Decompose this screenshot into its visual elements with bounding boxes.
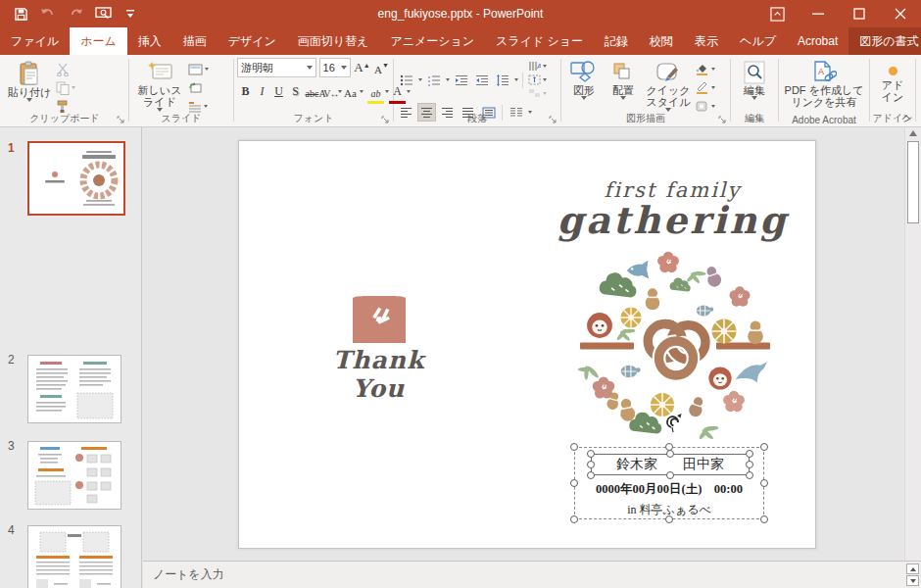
paragraph-dialog-launcher[interactable] [548,115,558,125]
scrollbar-thumb[interactable] [907,141,919,223]
drawing-dialog-launcher[interactable] [717,115,728,125]
addins-button[interactable]: アドイン [873,58,912,103]
redo-icon[interactable] [67,5,84,23]
thumbnail-3-preview[interactable] [27,441,121,510]
notes-pane[interactable]: ノートを入力 [143,561,921,588]
arrange-button[interactable]: 配置 [604,58,643,115]
slide-layout-button[interactable] [187,61,210,77]
numbering-button[interactable] [424,71,443,89]
slide-canvas[interactable]: first family gathering [238,140,816,549]
font-dialog-launcher[interactable] [380,115,391,125]
start-slideshow-icon[interactable] [94,5,112,23]
text-direction-button[interactable]: A [527,60,548,73]
decrease-font-button[interactable]: A▼ [373,58,390,77]
selection-handle[interactable] [760,443,768,451]
thumbnail-4-preview[interactable] [27,525,121,588]
new-slide-button[interactable]: 新しいスライド [132,58,187,115]
shapes-button[interactable]: 図形 [564,58,604,115]
paste-button[interactable]: 貼り付け [4,58,55,115]
scroll-up-arrow-icon[interactable] [909,130,917,136]
bold-button[interactable]: B [237,81,254,101]
selection-handle[interactable] [666,471,674,479]
tab-view[interactable]: 表示 [684,27,729,55]
tab-animations[interactable]: アニメーション [379,27,485,55]
selection-handle[interactable] [666,450,674,458]
font-name-value: 游明朝 [241,61,273,75]
family-name-right: 田中家 [683,456,724,473]
selection-handle[interactable] [746,450,753,458]
selection-handle[interactable] [587,461,595,468]
highlight-color-button[interactable]: ab [367,81,384,101]
arrange-icon [611,61,635,84]
save-icon[interactable] [12,5,29,23]
change-case-button[interactable]: Aa [342,81,359,101]
shape-outline-button[interactable] [694,79,716,96]
group-slides: 新しいスライド スライド [130,56,232,126]
family-names-textbox[interactable]: 鈴木家 田中家 [591,454,750,475]
thumbnail-slide-4[interactable]: 4 [0,519,142,588]
selection-handle[interactable] [587,450,595,458]
tab-file[interactable]: ファイル [0,27,70,55]
thank-you-block[interactable]: Thank You [303,296,455,403]
ribbon-display-options-icon[interactable] [756,0,798,27]
underline-button[interactable]: U [270,81,287,101]
tab-shape-format[interactable]: 図形の書式 [848,27,921,55]
increase-font-button[interactable]: A▲ [354,58,370,77]
next-slide-button[interactable] [906,575,919,586]
clipboard-dialog-launcher[interactable] [116,115,126,125]
bullets-button[interactable] [397,71,415,89]
selection-handle[interactable] [746,471,753,479]
group-font: 游明朝 16 A▲ A▼ B I U S abc AV↔ Aa ab A フォン… [235,56,392,126]
decrease-indent-button[interactable] [452,71,470,89]
font-size-combobox[interactable]: 16 [319,58,351,77]
tab-slideshow[interactable]: スライド ショー [485,27,594,55]
line-spacing-button[interactable] [493,71,511,89]
increase-indent-button[interactable] [472,71,491,89]
tab-acrobat[interactable]: Acrobat [787,27,848,55]
selection-handle[interactable] [587,471,595,479]
tab-design[interactable]: デザイン [218,27,287,55]
newyear-wreath-illustration[interactable] [570,241,780,449]
collapse-ribbon-button[interactable] [899,112,913,123]
close-button[interactable] [880,0,921,27]
paragraph-group-label: 段落 [395,112,559,125]
italic-button[interactable]: I [254,81,270,101]
tab-review[interactable]: 校閲 [639,27,684,55]
selection-handle[interactable] [570,443,578,451]
previous-slide-button[interactable] [906,564,919,574]
reset-slide-button[interactable] [187,79,210,96]
minimize-button[interactable] [798,0,839,27]
tab-transitions[interactable]: 画面切り替え [287,27,380,55]
align-text-button[interactable] [527,74,548,86]
thumbnail-slide-2[interactable]: 2 [0,349,142,429]
quick-styles-button[interactable]: クイック スタイル [643,58,694,115]
event-textbox-selection[interactable]: 鈴木家 田中家 0000年00月00日(土) 00:00 in 料亭ふぁるべ [574,447,764,519]
vertical-scrollbar[interactable] [904,127,921,561]
convert-smartart-button[interactable] [527,87,548,100]
thumbnail-slide-1[interactable]: 1 [0,137,142,225]
text-shadow-button[interactable]: S [287,81,304,101]
acrobat-group-label: Adobe Acrobat [780,115,868,125]
character-spacing-button[interactable]: AV↔ [320,81,337,101]
tab-draw[interactable]: 描画 [172,27,218,55]
editing-button[interactable]: 編集 [734,58,775,100]
maximize-button[interactable] [839,0,880,27]
tab-record[interactable]: 記録 [594,27,639,55]
thumbnail-slide-3[interactable]: 3 [0,435,142,515]
create-pdf-button[interactable]: A PDF を作成してリンクを共有 [782,58,866,108]
undo-icon[interactable] [39,5,57,23]
font-name-combobox[interactable]: 游明朝 [237,58,316,77]
slide-heading[interactable]: first family gathering [553,178,793,242]
copy-button[interactable] [55,79,76,96]
svg-text:A: A [537,62,541,71]
tab-home[interactable]: ホーム [70,27,127,55]
selection-handle[interactable] [746,461,753,468]
thumbnail-1-preview[interactable] [27,141,125,216]
tab-help[interactable]: ヘルプ [729,27,787,55]
tab-insert[interactable]: 挿入 [127,27,172,55]
shape-fill-button[interactable] [694,61,716,77]
thumbnail-2-preview[interactable] [27,355,121,423]
notes-placeholder[interactable]: ノートを入力 [143,566,224,583]
customize-qat-icon[interactable] [121,5,139,23]
cut-button[interactable] [55,61,76,77]
